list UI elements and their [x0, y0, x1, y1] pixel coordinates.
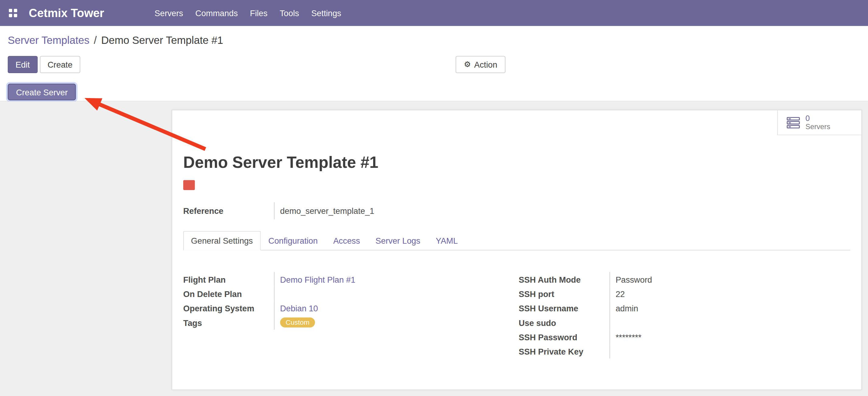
breadcrumb-parent-link[interactable]: Server Templates: [8, 34, 89, 47]
menu-item-files[interactable]: Files: [244, 0, 274, 26]
tab-yaml[interactable]: YAML: [428, 231, 465, 250]
main-menu: Servers Commands Files Tools Settings: [149, 0, 347, 26]
control-panel: Server Templates / Demo Server Template …: [0, 26, 868, 101]
field-row-ssh-private-key: SSH Private Key: [519, 344, 850, 359]
create-button[interactable]: Create: [40, 56, 80, 73]
field-label: SSH Username: [519, 301, 609, 315]
content-area: 0 Servers Demo Server Template #1 Refere…: [0, 102, 868, 396]
apps-grid-icon: [9, 9, 17, 17]
left-field-group: Flight Plan Demo Flight Plan #1 On Delet…: [183, 272, 500, 359]
color-swatch[interactable]: [183, 180, 195, 190]
view-buttons-row: Create Server: [8, 84, 868, 101]
right-field-group: SSH Auth Mode Password SSH port 22 SSH U…: [519, 272, 850, 359]
stat-text: 0 Servers: [805, 114, 830, 131]
menu-item-commands[interactable]: Commands: [189, 0, 244, 26]
stat-label: Servers: [805, 122, 830, 131]
action-menu-button[interactable]: ⚙ Action: [456, 56, 505, 73]
breadcrumb: Server Templates / Demo Server Template …: [8, 34, 868, 49]
field-row-ssh-password: SSH Password ********: [519, 330, 850, 344]
field-label: On Delete Plan: [183, 286, 274, 301]
field-label: SSH Private Key: [519, 344, 609, 359]
servers-stat-button[interactable]: 0 Servers: [777, 110, 861, 135]
gear-icon: ⚙: [464, 59, 471, 70]
menu-item-tools[interactable]: Tools: [274, 0, 305, 26]
field-value: [610, 315, 850, 330]
field-label: Flight Plan: [183, 272, 274, 286]
server-stack-icon: [787, 117, 800, 128]
control-panel-buttons: Edit Create ⚙ Action: [8, 56, 868, 73]
apps-menu-button[interactable]: [9, 9, 22, 17]
field-row-ssh-port: SSH port 22: [519, 286, 850, 301]
top-navbar: Cetmix Tower Servers Commands Files Tool…: [0, 0, 868, 26]
action-label: Action: [474, 59, 497, 70]
field-value: Debian 10: [274, 301, 500, 315]
edit-button[interactable]: Edit: [8, 56, 37, 73]
form-sheet: 0 Servers Demo Server Template #1 Refere…: [172, 110, 862, 390]
field-row-ssh-auth-mode: SSH Auth Mode Password: [519, 272, 850, 286]
field-label: SSH Auth Mode: [519, 272, 609, 286]
operating-system-link[interactable]: Debian 10: [280, 303, 318, 313]
flight-plan-link[interactable]: Demo Flight Plan #1: [280, 275, 355, 284]
tab-access[interactable]: Access: [326, 231, 368, 250]
field-label: Tags: [183, 315, 274, 330]
field-value: [610, 344, 850, 359]
reference-field-row: Reference demo_server_template_1: [183, 202, 850, 219]
field-value: [274, 286, 500, 301]
tab-configuration[interactable]: Configuration: [260, 231, 326, 250]
field-value: Custom: [274, 315, 500, 330]
field-row-use-sudo: Use sudo: [519, 315, 850, 330]
field-value: ********: [610, 330, 850, 344]
field-label: SSH Password: [519, 330, 609, 344]
menu-item-servers[interactable]: Servers: [149, 0, 189, 26]
tab-general-settings[interactable]: General Settings: [183, 231, 260, 250]
screenshot-stage: Cetmix Tower Servers Commands Files Tool…: [0, 0, 868, 396]
create-server-button[interactable]: Create Server: [8, 84, 76, 101]
reference-value: demo_server_template_1: [274, 202, 850, 219]
breadcrumb-separator: /: [94, 34, 97, 47]
reference-label: Reference: [183, 202, 274, 219]
field-value: Demo Flight Plan #1: [274, 272, 500, 286]
menu-item-settings[interactable]: Settings: [305, 0, 347, 26]
brand-title[interactable]: Cetmix Tower: [29, 6, 104, 20]
field-label: SSH port: [519, 286, 609, 301]
stat-value: 0: [805, 114, 830, 122]
field-value: Password: [610, 272, 850, 286]
field-row-tags: Tags Custom: [183, 315, 500, 330]
tag-badge: Custom: [280, 317, 315, 328]
field-label: Use sudo: [519, 315, 609, 330]
app-root: Cetmix Tower Servers Commands Files Tool…: [0, 0, 868, 396]
field-value: 22: [610, 286, 850, 301]
field-label: Operating System: [183, 301, 274, 315]
field-value: admin: [610, 301, 850, 315]
breadcrumb-current: Demo Server Template #1: [101, 34, 223, 47]
field-row-operating-system: Operating System Debian 10: [183, 301, 500, 315]
notebook-tabs: General Settings Configuration Access Se…: [183, 231, 850, 250]
field-row-on-delete-plan: On Delete Plan: [183, 286, 500, 301]
field-row-ssh-username: SSH Username admin: [519, 301, 850, 315]
tab-server-logs[interactable]: Server Logs: [368, 231, 428, 250]
form-groups: Flight Plan Demo Flight Plan #1 On Delet…: [183, 272, 850, 359]
record-title: Demo Server Template #1: [183, 153, 850, 172]
sheet-body: Demo Server Template #1 Reference demo_s…: [172, 153, 862, 359]
field-row-flight-plan: Flight Plan Demo Flight Plan #1: [183, 272, 500, 286]
